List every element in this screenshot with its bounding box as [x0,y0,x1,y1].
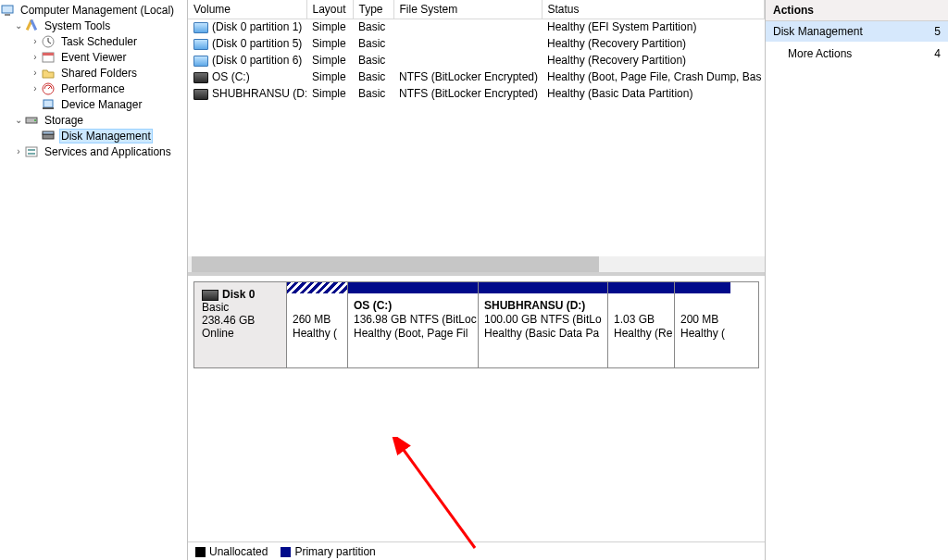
tree-label: Task Scheduler [59,35,139,48]
content-pane: Volume Layout Type File System Status (D… [188,0,766,560]
tree-label: Disk Management [59,129,153,143]
disk-header[interactable]: Disk 0 Basic 238.46 GB Online [194,282,287,367]
tree-shared-folders[interactable]: › Shared Folders [0,65,187,81]
legend-primary-label: Primary partition [294,545,375,558]
chevron-right-icon[interactable]: › [30,68,41,78]
chevron-right-icon[interactable]: › [30,84,41,93]
legend-unallocated-swatch [195,547,206,557]
action-more-actions[interactable]: More Actions 4 [766,42,948,66]
performance-icon [41,81,56,96]
table-row[interactable]: (Disk 0 partition 5)SimpleBasicHealthy (… [188,35,765,52]
disk-mgmt-icon [41,129,56,143]
svg-rect-0 [2,6,13,13]
tree-event-viewer[interactable]: › Event Viewer [0,49,187,65]
col-layout[interactable]: Layout [306,0,353,19]
disk-row[interactable]: Disk 0 Basic 238.46 GB Online 260 MBHeal… [193,281,759,368]
table-row[interactable]: (Disk 0 partition 6)SimpleBasicHealthy (… [188,52,765,68]
svg-rect-12 [43,134,54,139]
tree-device-manager[interactable]: › Device Manager [0,96,187,112]
tree-performance[interactable]: › Performance [0,81,187,96]
table-row[interactable]: SHUBHRANSU (D:)SimpleBasicNTFS (BitLocke… [188,85,765,102]
storage-icon [24,113,39,128]
tree-services-apps[interactable]: › Services and Applications [0,143,187,159]
action-group-label: Disk Management [773,25,863,38]
folder-shared-icon [41,66,56,81]
tree-label: Shared Folders [59,67,139,80]
tree-label: System Tools [43,19,112,32]
svg-rect-14 [26,147,37,156]
chevron-right-icon[interactable]: › [30,37,41,46]
event-icon [41,50,56,65]
col-volume[interactable]: Volume [188,0,306,19]
col-status[interactable]: Status [542,0,765,19]
partition-block[interactable]: 260 MBHealthy ( [287,282,348,367]
nav-tree[interactable]: Computer Management (Local) ⌄ System Too… [0,0,188,560]
svg-rect-3 [30,19,37,30]
tree-disk-management[interactable]: › Disk Management [0,128,187,143]
svg-rect-8 [44,100,53,107]
svg-rect-6 [43,53,54,56]
svg-rect-1 [5,14,10,16]
tree-label: Event Viewer [59,51,128,64]
tree-label: Performance [59,82,127,95]
chevron-down-icon[interactable]: ⌄ [13,116,24,125]
disk-icon [202,290,218,301]
disk-size: 238.46 GB [202,314,279,327]
action-group-suffix: 5 [934,25,941,38]
svg-rect-9 [43,107,54,109]
volume-icon [193,22,208,33]
legend-unallocated-label: Unallocated [209,545,268,558]
tree-label: Storage [43,114,85,127]
tree-root[interactable]: Computer Management (Local) [0,2,187,18]
action-group-disk-management[interactable]: Disk Management 5 [766,21,948,42]
services-icon [24,144,39,159]
tree-task-scheduler[interactable]: › Task Scheduler [0,33,187,49]
tree-label: Device Manager [59,98,143,111]
volume-list[interactable]: Volume Layout Type File System Status (D… [188,0,765,102]
disk-label: Disk 0 [222,288,255,301]
col-type[interactable]: Type [353,0,393,19]
svg-point-11 [34,119,36,121]
partition-block[interactable]: SHUBHRANSU (D:)100.00 GB NTFS (BitLoHeal… [479,282,608,367]
actions-header: Actions [766,0,948,21]
volume-icon [193,39,208,50]
actions-pane: Actions Disk Management 5 More Actions 4 [766,0,948,560]
action-item-suffix: 4 [934,47,941,60]
disk-type: Basic [202,301,279,314]
annotation-arrow [392,437,503,557]
chevron-down-icon[interactable]: ⌄ [13,21,24,31]
disk-graphic-area: Disk 0 Basic 238.46 GB Online 260 MBHeal… [188,276,765,560]
partition-block[interactable]: 1.03 GBHealthy (Re [608,282,675,367]
table-row[interactable]: (Disk 0 partition 1)SimpleBasicHealthy (… [188,19,765,35]
computer-icon [0,3,15,18]
svg-rect-16 [28,153,35,155]
partition-block[interactable]: 200 MBHealthy ( [675,282,730,367]
volume-icon [193,89,208,100]
legend: Unallocated Primary partition [188,541,765,560]
clock-icon [41,34,56,49]
legend-primary-swatch [281,547,291,557]
chevron-right-icon[interactable]: › [13,147,24,156]
disk-state: Online [202,327,279,340]
svg-rect-15 [28,149,35,151]
volume-icon [193,72,208,83]
svg-line-17 [401,446,475,548]
tools-icon [24,19,39,33]
tree-system-tools[interactable]: ⌄ System Tools [0,18,187,33]
tree-label: Services and Applications [43,145,173,158]
svg-rect-13 [43,131,54,134]
action-item-label: More Actions [788,47,852,60]
device-icon [41,97,56,112]
horizontal-scrollbar[interactable] [188,256,765,272]
tree-storage[interactable]: ⌄ Storage [0,112,187,128]
partition-block[interactable]: OS (C:)136.98 GB NTFS (BitLocHealthy (Bo… [348,282,479,367]
tree-label: Computer Management (Local) [19,4,176,17]
table-row[interactable]: OS (C:)SimpleBasicNTFS (BitLocker Encryp… [188,68,765,85]
volume-icon [193,56,208,67]
col-filesystem[interactable]: File System [393,0,542,19]
chevron-right-icon[interactable]: › [30,53,41,62]
